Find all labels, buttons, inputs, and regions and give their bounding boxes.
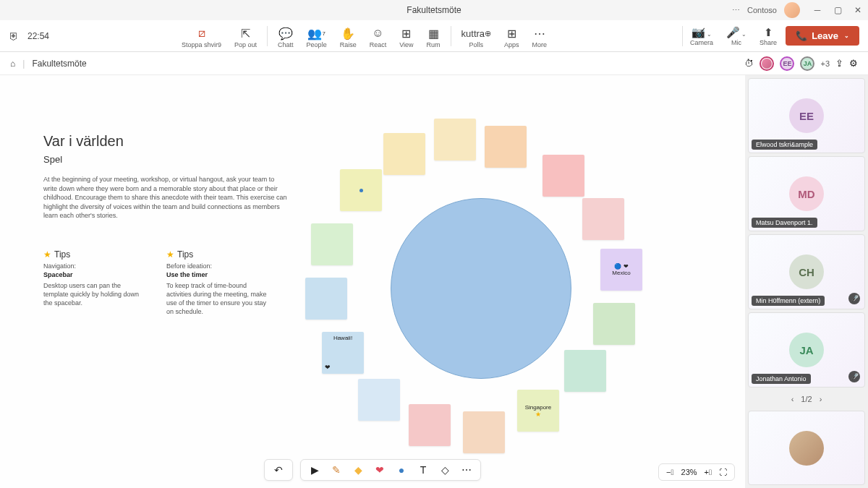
leave-button[interactable]: 📞 Leave ⌄: [786, 26, 859, 46]
camera-off-icon: 📷̸: [692, 26, 705, 38]
zoom-in-icon[interactable]: +⃝: [705, 468, 712, 476]
undo-icon[interactable]: ↶: [272, 463, 285, 476]
chevron-down-icon: ⌄: [844, 33, 849, 39]
star-icon: ★: [166, 249, 174, 260]
rooms-button[interactable]: ▦ Rum: [421, 20, 446, 51]
popout-button[interactable]: ⇱ Pop out: [229, 20, 263, 51]
sticky-note[interactable]: [358, 379, 400, 421]
shield-icon[interactable]: ⛨: [9, 30, 19, 42]
titlebar: Fakultetsmöte ⋯ Contoso ─ ▢ ✕: [0, 0, 868, 20]
window-title: Fakultetsmöte: [407, 5, 461, 15]
minimize-button[interactable]: ─: [813, 6, 822, 14]
mic-icon: 🎤: [726, 26, 740, 38]
timer-icon[interactable]: ⏱: [744, 58, 754, 69]
sticky-note[interactable]: [340, 169, 382, 211]
raise-hand-button[interactable]: ✋ Raise: [334, 20, 362, 51]
next-page-icon[interactable]: ›: [820, 395, 822, 403]
comment-tool[interactable]: ●: [395, 463, 408, 476]
sticky-note[interactable]: [564, 350, 606, 392]
avatar: MD: [789, 176, 824, 211]
share-button[interactable]: ⬆ Share: [755, 26, 781, 46]
user-avatar[interactable]: [784, 2, 800, 18]
apps-icon: ⊞: [507, 26, 516, 40]
whiteboard-description: At the beginning of your meeting, worksh…: [43, 175, 289, 221]
participant-name: Min H0ffmenn (extern): [752, 296, 825, 306]
participant-tile[interactable]: EE Elwood tskri&ample: [748, 78, 865, 153]
sticky-note[interactable]: [485, 126, 527, 168]
people-button[interactable]: 👥7 People: [301, 20, 333, 51]
shape-tool[interactable]: ◇: [438, 463, 451, 476]
muted-icon: 🎤̸: [848, 371, 860, 382]
presenter-avatar[interactable]: EE: [780, 56, 794, 71]
settings-gear-icon[interactable]: ⚙: [849, 58, 858, 69]
chat-button[interactable]: 💬 Chatt: [272, 20, 299, 51]
more-icon[interactable]: ⋯: [732, 6, 740, 15]
whiteboard-subtitle: Spel: [43, 154, 289, 165]
participant-tile[interactable]: CH Min H0ffmenn (extern) 🎤̸: [748, 234, 865, 309]
participant-tile[interactable]: MD Matsu Davenport 1.: [748, 156, 865, 231]
tip-card: ★Tips Navigation: Spacebar Desktop users…: [43, 249, 145, 317]
sticky-tool[interactable]: ◆: [352, 463, 365, 476]
presenter-avatar[interactable]: JA: [800, 56, 814, 71]
maximize-button[interactable]: ▢: [833, 6, 842, 14]
mic-button[interactable]: 🎤⌄ Mic: [722, 26, 751, 46]
presenter-avatar[interactable]: [760, 56, 774, 71]
sticky-note[interactable]: [434, 119, 476, 160]
fit-icon[interactable]: ⛶: [719, 468, 727, 476]
participant-name: Matsu Davenport 1.: [752, 218, 817, 228]
self-video: [789, 431, 824, 466]
chevron-down-icon: ⌄: [741, 31, 746, 38]
close-button[interactable]: ✕: [854, 6, 862, 14]
sticky-note[interactable]: [305, 278, 347, 320]
participant-name: Elwood tskri&ample: [752, 140, 817, 150]
stop-share-icon: ⧄: [198, 26, 205, 40]
home-icon[interactable]: ⌂: [10, 59, 15, 69]
pen-tool[interactable]: ✎: [330, 463, 343, 476]
polls-icon: kuttra⊕: [461, 26, 492, 40]
whiteboard-canvas[interactable]: Var i världen Spel At the beginning of y…: [0, 75, 745, 488]
apps-button[interactable]: ⊞ Apps: [498, 20, 525, 51]
overflow-count[interactable]: +3: [820, 59, 830, 68]
sticky-note[interactable]: [383, 133, 425, 175]
phone-icon: 📞: [796, 30, 807, 41]
self-tile[interactable]: [748, 411, 865, 485]
prev-page-icon[interactable]: ‹: [791, 395, 794, 403]
breadcrumb[interactable]: Fakultetsmöte: [32, 59, 86, 69]
sticky-note[interactable]: [542, 155, 584, 197]
react-button[interactable]: ☺ React: [364, 20, 393, 51]
polls-button[interactable]: kuttra⊕ Polls: [456, 20, 498, 51]
zoom-out-icon[interactable]: −⃝: [666, 468, 673, 476]
avatar: CH: [789, 254, 824, 289]
participant-tile[interactable]: JA Jonathan Antonio 🎤̸: [748, 312, 865, 388]
view-icon: ⊞: [401, 26, 411, 40]
sticky-note[interactable]: [582, 198, 624, 240]
text-tool[interactable]: T: [417, 463, 430, 476]
muted-icon: 🎤̸: [848, 293, 860, 304]
view-button[interactable]: ⊞ View: [393, 20, 419, 51]
more-tools[interactable]: ⋯: [460, 463, 473, 476]
stop-sharing-button[interactable]: ⧄ Stoppa shvir9: [176, 20, 227, 51]
org-name: Contoso: [747, 6, 777, 14]
share-link-icon[interactable]: ⇪: [835, 58, 843, 69]
more-button[interactable]: ⋯ More: [527, 20, 553, 51]
pointer-tool[interactable]: ▶: [308, 463, 321, 476]
sticky-note[interactable]: [409, 404, 451, 446]
sticky-note-singapore[interactable]: Singapore★: [517, 390, 559, 432]
meeting-toolbar: ⛨ 22:54 ⧄ Stoppa shvir9 ⇱ Pop out 💬 Chat…: [0, 20, 868, 52]
meeting-timer: 22:54: [27, 31, 49, 41]
sticky-note[interactable]: [593, 303, 635, 345]
camera-button[interactable]: 📷̸⌄ Camera: [686, 26, 718, 46]
center-circle[interactable]: [391, 198, 571, 379]
sticky-note[interactable]: [311, 223, 353, 265]
page-indicator: 1/2: [801, 395, 812, 403]
sticky-note[interactable]: [463, 411, 505, 453]
participant-name: Jonathan Antonio: [752, 374, 811, 384]
reaction-tool[interactable]: ❤: [373, 463, 386, 476]
share-icon: ⬆: [764, 26, 773, 39]
zoom-level[interactable]: 23%: [681, 468, 697, 476]
sticky-note-mexico[interactable]: 🔵 ❤Mexico: [600, 249, 642, 291]
sticky-note-hawaii[interactable]: Hawaii!❤: [322, 332, 364, 374]
chevron-down-icon: ⌄: [707, 31, 712, 38]
participant-strip: EE Elwood tskri&ample MD Matsu Davenport…: [745, 75, 868, 488]
whiteboard-title: Var i världen: [43, 133, 289, 150]
